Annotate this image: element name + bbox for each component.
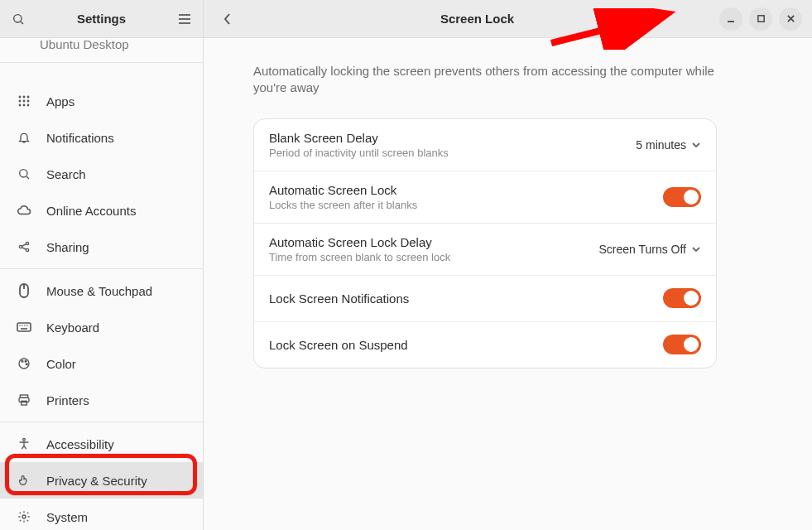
lock-screen-notifications-toggle[interactable]	[663, 288, 701, 308]
svg-point-36	[23, 438, 26, 441]
row-title: Lock Screen on Suspend	[269, 338, 663, 352]
svg-rect-39	[757, 16, 763, 22]
row-subtitle: Locks the screen after it blanks	[269, 199, 663, 211]
sidebar-item-printers[interactable]: Printers	[0, 382, 203, 418]
close-button[interactable]	[779, 7, 802, 31]
sidebar-item-privacy-security[interactable]: Privacy & Security	[0, 462, 203, 499]
sidebar-item-label: Privacy & Security	[46, 474, 193, 488]
sidebar-title: Settings	[36, 12, 166, 26]
sidebar-item-label: Printers	[46, 393, 193, 407]
settings-card: Blank Screen Delay Period of inactivity …	[253, 118, 717, 369]
main-header: Screen Lock	[204, 0, 812, 38]
cloud-icon	[15, 205, 33, 216]
svg-line-20	[22, 248, 26, 250]
hamburger-button[interactable]	[166, 0, 203, 38]
hand-icon	[15, 474, 33, 487]
page-title: Screen Lock	[242, 12, 713, 26]
bell-icon	[15, 131, 33, 144]
sidebar-item-label: Accessibility	[46, 437, 193, 451]
svg-line-1	[21, 22, 23, 24]
sidebar-item-search[interactable]: Search	[0, 156, 203, 192]
color-icon	[15, 357, 33, 370]
row-blank-screen-delay[interactable]: Blank Screen Delay Period of inactivity …	[254, 119, 716, 171]
svg-point-30	[22, 360, 23, 362]
svg-line-15	[26, 176, 29, 179]
maximize-button[interactable]	[749, 7, 772, 31]
row-automatic-screen-lock: Automatic Screen Lock Locks the screen a…	[254, 171, 716, 223]
sidebar-item-notifications[interactable]: Notifications	[0, 119, 203, 156]
search-button[interactable]	[0, 0, 36, 38]
row-automatic-screen-lock-delay[interactable]: Automatic Screen Lock Delay Time from sc…	[254, 223, 716, 275]
row-title: Lock Screen Notifications	[269, 292, 663, 306]
svg-point-9	[23, 100, 26, 103]
row-title: Automatic Screen Lock Delay	[269, 235, 598, 249]
sidebar-item-label: Color	[46, 357, 193, 371]
sidebar-item-label: Online Accounts	[46, 204, 193, 218]
sidebar-item-keyboard[interactable]: Keyboard	[0, 309, 203, 345]
keyboard-icon	[15, 321, 33, 333]
chevron-down-icon	[691, 244, 701, 254]
sidebar-item-sharing[interactable]: Sharing	[0, 229, 203, 265]
svg-point-37	[22, 515, 26, 518]
sidebar-nav: Ubuntu Desktop Apps Notifications Search…	[0, 38, 203, 530]
row-lock-screen-on-suspend: Lock Screen on Suspend	[254, 321, 716, 368]
grid-icon	[15, 94, 33, 108]
page-description: Automatically locking the screen prevent…	[253, 63, 742, 97]
row-subtitle: Time from screen blank to screen lock	[269, 251, 598, 263]
automatic-screen-lock-toggle[interactable]	[663, 187, 701, 207]
sidebar-item-label: Apps	[46, 94, 193, 108]
svg-point-5	[19, 96, 22, 99]
row-title: Blank Screen Delay	[269, 131, 636, 145]
nav-separator	[0, 422, 203, 422]
svg-rect-23	[17, 323, 31, 331]
search-icon	[15, 167, 33, 181]
sidebar-item-label: System	[46, 510, 193, 524]
svg-point-31	[25, 360, 26, 362]
sidebar-item-ubuntu-desktop[interactable]: Ubuntu Desktop	[0, 38, 203, 63]
sidebar: Settings Ubuntu Desktop Apps Notificatio…	[0, 0, 204, 530]
svg-point-32	[26, 364, 27, 365]
sidebar-item-apps[interactable]: Apps	[0, 83, 203, 119]
close-icon	[786, 14, 795, 23]
sidebar-item-label: Keyboard	[46, 320, 193, 335]
svg-point-10	[27, 100, 30, 103]
sidebar-header: Settings	[0, 0, 203, 38]
sidebar-item-label: Search	[46, 167, 193, 181]
svg-line-19	[22, 244, 26, 247]
printer-icon	[15, 393, 33, 407]
sidebar-item-label: Notifications	[46, 131, 193, 145]
accessibility-icon	[15, 437, 33, 450]
sidebar-item-system[interactable]: System	[0, 499, 203, 530]
lock-screen-on-suspend-toggle[interactable]	[663, 335, 701, 354]
row-lock-screen-notifications: Lock Screen Notifications	[254, 275, 716, 321]
sidebar-item-color[interactable]: Color	[0, 345, 203, 382]
sidebar-item-label: Mouse & Touchpad	[46, 284, 193, 298]
sidebar-item-label: Sharing	[46, 240, 193, 254]
row-title: Automatic Screen Lock	[269, 183, 663, 197]
nav-separator	[0, 268, 203, 269]
svg-point-11	[19, 104, 22, 107]
search-icon	[12, 12, 25, 26]
minimize-icon	[726, 14, 736, 24]
sidebar-item-accessibility[interactable]: Accessibility	[0, 426, 203, 462]
maximize-icon	[757, 14, 766, 23]
minimize-button[interactable]	[719, 7, 742, 31]
svg-point-13	[27, 104, 30, 107]
svg-point-12	[23, 104, 26, 107]
row-subtitle: Period of inactivity until screen blanks	[269, 147, 636, 159]
gear-icon	[15, 510, 33, 523]
main-pane: Screen Lock Automatically locking the sc…	[204, 0, 812, 530]
sidebar-item-online-accounts[interactable]: Online Accounts	[0, 192, 203, 229]
chevron-left-icon	[223, 12, 233, 26]
sidebar-item-mouse[interactable]: Mouse & Touchpad	[0, 272, 203, 309]
back-button[interactable]	[214, 5, 242, 33]
svg-point-7	[27, 96, 30, 99]
row-value[interactable]: Screen Turns Off	[598, 243, 701, 256]
share-icon	[15, 240, 33, 253]
content-area: Automatically locking the screen prevent…	[204, 38, 812, 393]
chevron-down-icon	[691, 140, 701, 150]
hamburger-icon	[178, 13, 191, 25]
row-value[interactable]: 5 minutes	[636, 138, 701, 152]
svg-point-6	[23, 96, 26, 99]
svg-point-0	[14, 14, 22, 22]
